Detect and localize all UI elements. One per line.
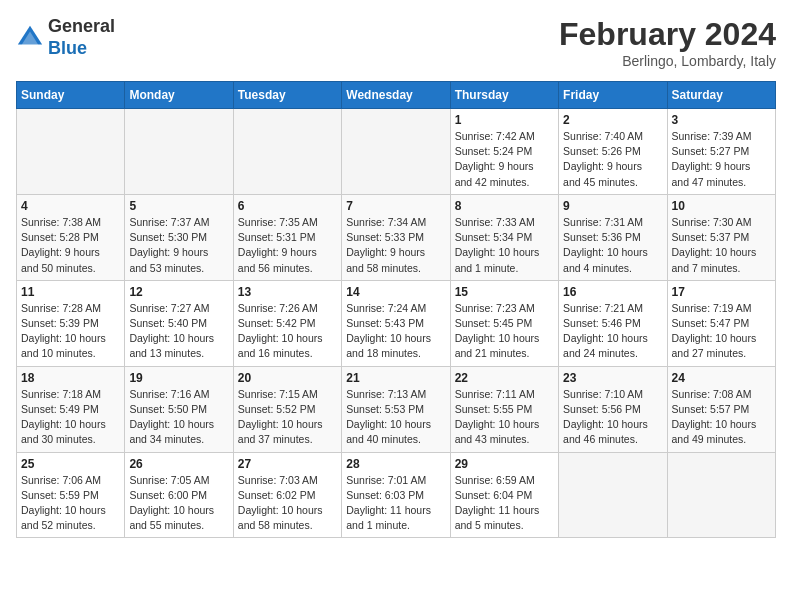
day-number: 20 xyxy=(238,371,337,385)
day-cell: 11Sunrise: 7:28 AM Sunset: 5:39 PM Dayli… xyxy=(17,280,125,366)
weekday-header-row: SundayMondayTuesdayWednesdayThursdayFrid… xyxy=(17,82,776,109)
day-info: Sunrise: 7:08 AM Sunset: 5:57 PM Dayligh… xyxy=(672,387,771,448)
day-cell xyxy=(667,452,775,538)
day-number: 24 xyxy=(672,371,771,385)
day-info: Sunrise: 7:15 AM Sunset: 5:52 PM Dayligh… xyxy=(238,387,337,448)
day-info: Sunrise: 7:33 AM Sunset: 5:34 PM Dayligh… xyxy=(455,215,554,276)
day-number: 15 xyxy=(455,285,554,299)
day-number: 25 xyxy=(21,457,120,471)
day-number: 5 xyxy=(129,199,228,213)
day-info: Sunrise: 7:42 AM Sunset: 5:24 PM Dayligh… xyxy=(455,129,554,190)
day-info: Sunrise: 7:11 AM Sunset: 5:55 PM Dayligh… xyxy=(455,387,554,448)
day-cell: 21Sunrise: 7:13 AM Sunset: 5:53 PM Dayli… xyxy=(342,366,450,452)
day-cell: 12Sunrise: 7:27 AM Sunset: 5:40 PM Dayli… xyxy=(125,280,233,366)
day-cell: 23Sunrise: 7:10 AM Sunset: 5:56 PM Dayli… xyxy=(559,366,667,452)
weekday-header-saturday: Saturday xyxy=(667,82,775,109)
day-number: 13 xyxy=(238,285,337,299)
day-info: Sunrise: 7:31 AM Sunset: 5:36 PM Dayligh… xyxy=(563,215,662,276)
calendar-table: SundayMondayTuesdayWednesdayThursdayFrid… xyxy=(16,81,776,538)
day-cell: 24Sunrise: 7:08 AM Sunset: 5:57 PM Dayli… xyxy=(667,366,775,452)
day-number: 7 xyxy=(346,199,445,213)
day-cell: 20Sunrise: 7:15 AM Sunset: 5:52 PM Dayli… xyxy=(233,366,341,452)
day-info: Sunrise: 7:39 AM Sunset: 5:27 PM Dayligh… xyxy=(672,129,771,190)
day-info: Sunrise: 7:38 AM Sunset: 5:28 PM Dayligh… xyxy=(21,215,120,276)
day-info: Sunrise: 7:30 AM Sunset: 5:37 PM Dayligh… xyxy=(672,215,771,276)
day-info: Sunrise: 7:23 AM Sunset: 5:45 PM Dayligh… xyxy=(455,301,554,362)
day-cell: 16Sunrise: 7:21 AM Sunset: 5:46 PM Dayli… xyxy=(559,280,667,366)
day-cell: 14Sunrise: 7:24 AM Sunset: 5:43 PM Dayli… xyxy=(342,280,450,366)
day-info: Sunrise: 7:37 AM Sunset: 5:30 PM Dayligh… xyxy=(129,215,228,276)
day-number: 28 xyxy=(346,457,445,471)
day-cell: 2Sunrise: 7:40 AM Sunset: 5:26 PM Daylig… xyxy=(559,109,667,195)
weekday-header-sunday: Sunday xyxy=(17,82,125,109)
title-area: February 2024 Berlingo, Lombardy, Italy xyxy=(559,16,776,69)
day-number: 11 xyxy=(21,285,120,299)
day-number: 17 xyxy=(672,285,771,299)
day-number: 18 xyxy=(21,371,120,385)
logo-general: General xyxy=(48,16,115,36)
day-number: 19 xyxy=(129,371,228,385)
day-cell xyxy=(233,109,341,195)
day-cell: 22Sunrise: 7:11 AM Sunset: 5:55 PM Dayli… xyxy=(450,366,558,452)
day-cell: 6Sunrise: 7:35 AM Sunset: 5:31 PM Daylig… xyxy=(233,194,341,280)
day-number: 10 xyxy=(672,199,771,213)
logo-icon xyxy=(16,24,44,52)
day-cell: 17Sunrise: 7:19 AM Sunset: 5:47 PM Dayli… xyxy=(667,280,775,366)
day-number: 12 xyxy=(129,285,228,299)
day-cell: 4Sunrise: 7:38 AM Sunset: 5:28 PM Daylig… xyxy=(17,194,125,280)
day-number: 3 xyxy=(672,113,771,127)
day-number: 9 xyxy=(563,199,662,213)
day-cell xyxy=(17,109,125,195)
day-number: 8 xyxy=(455,199,554,213)
day-number: 22 xyxy=(455,371,554,385)
day-info: Sunrise: 7:19 AM Sunset: 5:47 PM Dayligh… xyxy=(672,301,771,362)
day-info: Sunrise: 7:40 AM Sunset: 5:26 PM Dayligh… xyxy=(563,129,662,190)
day-cell xyxy=(342,109,450,195)
day-cell: 1Sunrise: 7:42 AM Sunset: 5:24 PM Daylig… xyxy=(450,109,558,195)
day-info: Sunrise: 7:26 AM Sunset: 5:42 PM Dayligh… xyxy=(238,301,337,362)
day-number: 27 xyxy=(238,457,337,471)
day-info: Sunrise: 7:06 AM Sunset: 5:59 PM Dayligh… xyxy=(21,473,120,534)
day-number: 1 xyxy=(455,113,554,127)
day-info: Sunrise: 7:13 AM Sunset: 5:53 PM Dayligh… xyxy=(346,387,445,448)
weekday-header-friday: Friday xyxy=(559,82,667,109)
day-info: Sunrise: 7:16 AM Sunset: 5:50 PM Dayligh… xyxy=(129,387,228,448)
day-info: Sunrise: 7:10 AM Sunset: 5:56 PM Dayligh… xyxy=(563,387,662,448)
day-cell: 7Sunrise: 7:34 AM Sunset: 5:33 PM Daylig… xyxy=(342,194,450,280)
day-number: 16 xyxy=(563,285,662,299)
day-cell: 25Sunrise: 7:06 AM Sunset: 5:59 PM Dayli… xyxy=(17,452,125,538)
day-number: 26 xyxy=(129,457,228,471)
day-number: 23 xyxy=(563,371,662,385)
week-row-1: 1Sunrise: 7:42 AM Sunset: 5:24 PM Daylig… xyxy=(17,109,776,195)
day-cell: 9Sunrise: 7:31 AM Sunset: 5:36 PM Daylig… xyxy=(559,194,667,280)
day-cell xyxy=(125,109,233,195)
day-cell: 26Sunrise: 7:05 AM Sunset: 6:00 PM Dayli… xyxy=(125,452,233,538)
day-cell: 13Sunrise: 7:26 AM Sunset: 5:42 PM Dayli… xyxy=(233,280,341,366)
day-info: Sunrise: 7:01 AM Sunset: 6:03 PM Dayligh… xyxy=(346,473,445,534)
week-row-3: 11Sunrise: 7:28 AM Sunset: 5:39 PM Dayli… xyxy=(17,280,776,366)
day-cell: 3Sunrise: 7:39 AM Sunset: 5:27 PM Daylig… xyxy=(667,109,775,195)
day-cell: 15Sunrise: 7:23 AM Sunset: 5:45 PM Dayli… xyxy=(450,280,558,366)
day-cell: 18Sunrise: 7:18 AM Sunset: 5:49 PM Dayli… xyxy=(17,366,125,452)
day-cell: 28Sunrise: 7:01 AM Sunset: 6:03 PM Dayli… xyxy=(342,452,450,538)
day-info: Sunrise: 7:03 AM Sunset: 6:02 PM Dayligh… xyxy=(238,473,337,534)
logo: General Blue xyxy=(16,16,115,59)
day-cell: 8Sunrise: 7:33 AM Sunset: 5:34 PM Daylig… xyxy=(450,194,558,280)
day-info: Sunrise: 7:18 AM Sunset: 5:49 PM Dayligh… xyxy=(21,387,120,448)
day-info: Sunrise: 7:24 AM Sunset: 5:43 PM Dayligh… xyxy=(346,301,445,362)
day-cell: 19Sunrise: 7:16 AM Sunset: 5:50 PM Dayli… xyxy=(125,366,233,452)
week-row-5: 25Sunrise: 7:06 AM Sunset: 5:59 PM Dayli… xyxy=(17,452,776,538)
day-info: Sunrise: 6:59 AM Sunset: 6:04 PM Dayligh… xyxy=(455,473,554,534)
day-info: Sunrise: 7:34 AM Sunset: 5:33 PM Dayligh… xyxy=(346,215,445,276)
day-cell: 27Sunrise: 7:03 AM Sunset: 6:02 PM Dayli… xyxy=(233,452,341,538)
day-number: 2 xyxy=(563,113,662,127)
day-number: 29 xyxy=(455,457,554,471)
day-number: 4 xyxy=(21,199,120,213)
day-info: Sunrise: 7:21 AM Sunset: 5:46 PM Dayligh… xyxy=(563,301,662,362)
day-info: Sunrise: 7:35 AM Sunset: 5:31 PM Dayligh… xyxy=(238,215,337,276)
day-info: Sunrise: 7:28 AM Sunset: 5:39 PM Dayligh… xyxy=(21,301,120,362)
day-number: 21 xyxy=(346,371,445,385)
week-row-4: 18Sunrise: 7:18 AM Sunset: 5:49 PM Dayli… xyxy=(17,366,776,452)
day-number: 6 xyxy=(238,199,337,213)
logo-text: General Blue xyxy=(48,16,115,59)
